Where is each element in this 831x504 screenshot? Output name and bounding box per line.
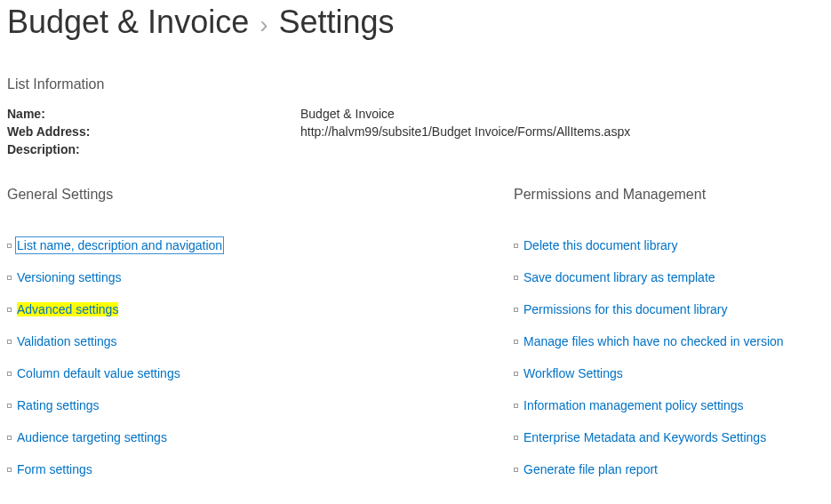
general-settings-column: General Settings List name, description … — [7, 187, 496, 485]
list-info-heading: List Information — [7, 76, 824, 92]
bullet-icon — [7, 468, 12, 472]
bullet-icon — [7, 372, 12, 376]
bullet-icon — [7, 404, 12, 408]
link-list-name-description-navigation[interactable]: List name, description and navigation — [17, 238, 222, 252]
link-generate-file-plan-report[interactable]: Generate file plan report — [523, 462, 658, 476]
link-delete-document-library[interactable]: Delete this document library — [523, 238, 678, 252]
permissions-management-list: Delete this document library Save docume… — [514, 229, 824, 485]
link-permissions-document-library[interactable]: Permissions for this document library — [523, 302, 728, 316]
list-item: Enterprise Metadata and Keywords Setting… — [514, 421, 824, 453]
link-validation-settings[interactable]: Validation settings — [17, 334, 117, 348]
permissions-management-heading: Permissions and Management — [514, 187, 824, 203]
info-row-web-address: Web Address: http://halvm99/subsite1/Bud… — [7, 123, 824, 140]
link-audience-targeting-settings[interactable]: Audience targeting settings — [17, 430, 167, 444]
bullet-icon — [514, 404, 518, 408]
link-workflow-settings[interactable]: Workflow Settings — [523, 366, 623, 380]
list-item: Manage files which have no checked in ve… — [514, 325, 824, 357]
list-item: Workflow Settings — [514, 357, 824, 389]
list-item: Form settings — [7, 453, 496, 485]
list-item: Advanced settings — [7, 293, 496, 325]
general-settings-list: List name, description and navigation Ve… — [7, 229, 496, 485]
info-row-name: Name: Budget & Invoice — [7, 105, 824, 123]
info-value: http://halvm99/subsite1/Budget Invoice/F… — [300, 124, 630, 139]
bullet-icon — [514, 372, 518, 376]
list-information-section: List Information Name: Budget & Invoice … — [7, 76, 824, 158]
page-title: Settings — [279, 4, 395, 41]
list-item: Versioning settings — [7, 261, 496, 293]
page-header: Budget & Invoice › Settings — [7, 4, 824, 41]
link-form-settings[interactable]: Form settings — [17, 462, 92, 476]
bullet-icon — [514, 340, 518, 344]
bullet-icon — [7, 340, 12, 344]
list-item: Column default value settings — [7, 357, 496, 389]
bullet-icon — [514, 244, 518, 248]
list-item: Generate file plan report — [514, 453, 824, 485]
link-advanced-settings[interactable]: Advanced settings — [17, 302, 118, 316]
list-item: Rating settings — [7, 389, 496, 421]
link-manage-files-no-checked-in[interactable]: Manage files which have no checked in ve… — [523, 334, 784, 348]
list-info-table: Name: Budget & Invoice Web Address: http… — [7, 105, 824, 158]
breadcrumb-separator-icon: › — [260, 11, 268, 39]
link-rating-settings[interactable]: Rating settings — [17, 398, 100, 412]
info-row-description: Description: — [7, 140, 824, 158]
bullet-icon — [514, 276, 518, 280]
list-item: Audience targeting settings — [7, 421, 496, 453]
info-label: Web Address: — [7, 124, 300, 139]
list-item: List name, description and navigation — [7, 229, 496, 261]
link-column-default-value-settings[interactable]: Column default value settings — [17, 366, 180, 380]
link-information-management-policy[interactable]: Information management policy settings — [523, 398, 743, 412]
settings-columns: General Settings List name, description … — [7, 187, 824, 485]
bullet-icon — [7, 244, 12, 248]
bullet-icon — [7, 436, 12, 440]
bullet-icon — [514, 436, 518, 440]
link-versioning-settings[interactable]: Versioning settings — [17, 270, 122, 284]
info-label: Description: — [7, 142, 300, 156]
info-value: Budget & Invoice — [300, 107, 395, 121]
bullet-icon — [7, 308, 12, 312]
list-item: Delete this document library — [514, 229, 824, 261]
bullet-icon — [7, 276, 12, 280]
bullet-icon — [514, 308, 518, 312]
info-label: Name: — [7, 107, 300, 121]
list-item: Information management policy settings — [514, 389, 824, 421]
permissions-management-column: Permissions and Management Delete this d… — [514, 187, 824, 485]
bullet-icon — [514, 468, 518, 472]
library-title: Budget & Invoice — [7, 4, 249, 41]
general-settings-heading: General Settings — [7, 187, 496, 203]
link-enterprise-metadata-keywords[interactable]: Enterprise Metadata and Keywords Setting… — [523, 430, 766, 444]
list-item: Save document library as template — [514, 261, 824, 293]
link-save-as-template[interactable]: Save document library as template — [523, 270, 715, 284]
list-item: Permissions for this document library — [514, 293, 824, 325]
list-item: Validation settings — [7, 325, 496, 357]
